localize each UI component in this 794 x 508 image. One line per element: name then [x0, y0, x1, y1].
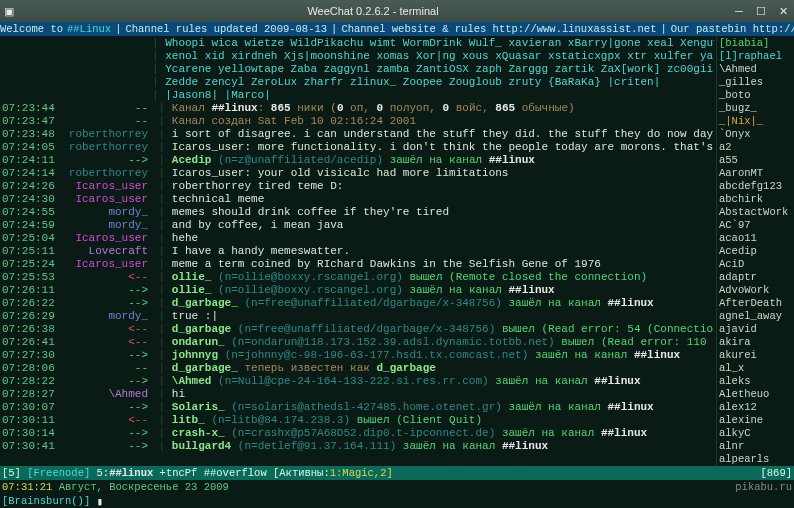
timestamp: 07:24:05 [2, 141, 56, 154]
nicklist-item[interactable]: AaronMT [719, 167, 792, 180]
timestamp: 07:25:24 [2, 258, 56, 271]
message: d_garbage (n=free@unaffiliated/dgarbage/… [172, 323, 714, 336]
message: true :| [172, 310, 714, 323]
timestamp: 07:30:07 [2, 401, 56, 414]
nicklist-item[interactable]: ajavid [719, 323, 792, 336]
input-bar[interactable]: [Brainsburn()] ▮ [0, 494, 794, 508]
input-nick: [Brainsburn()] [2, 495, 90, 507]
nicklist[interactable]: [biabia] [l]raphael \Ahmed _gilles _boto… [716, 36, 794, 466]
nicklist-item[interactable]: a55 [719, 154, 792, 167]
time-bar: 07:31:21 Август, Воскресенье 23 2009 pik… [0, 480, 794, 494]
status-active-val: 1:Magic,2] [330, 467, 393, 479]
window-titlebar: ▣ WeeChat 0.2.6.2 - terminal ─ ☐ ✕ [0, 0, 794, 22]
nicklist-item[interactable]: AfterDeath [719, 297, 792, 310]
nicklist-item[interactable]: `Onyx [719, 128, 792, 141]
nicklist-item[interactable]: alex12 [719, 401, 792, 414]
timestamp: 07:27:30 [2, 349, 56, 362]
topic-rules: Channel rules updated 2009-08-13 [125, 23, 327, 35]
chat-buffer[interactable]: | Whoopi wica wietze WildPikachu wimt Wo… [0, 36, 716, 466]
nick: Lovecraft [56, 245, 152, 258]
timestamp: 07:28:27 [2, 388, 56, 401]
nicklist-item[interactable]: abchirk [719, 193, 792, 206]
names-line: | Zedde zencyl ZeroLux zharfr zlinux_ Zo… [2, 76, 714, 89]
nick: --> [56, 440, 152, 453]
nick: roberthorrey [56, 141, 152, 154]
message: crash-x_ (n=crashx@p57A68D52.dip0.t-ipco… [172, 427, 714, 440]
minimize-icon[interactable]: ─ [732, 4, 746, 18]
nick: mordy_ [56, 206, 152, 219]
timestamp: 07:24:55 [2, 206, 56, 219]
nicklist-item[interactable]: acao11 [719, 232, 792, 245]
nicklist-item[interactable]: akurei [719, 349, 792, 362]
nick: Icaros_user [56, 258, 152, 271]
status-bar: [5] [Freenode] 5: ##linux +tncPf ##overf… [0, 466, 794, 480]
date: Август, Воскресенье 23 2009 [59, 481, 229, 493]
chat-line: 07:24:26Icaros_user | roberthorrey tired… [2, 180, 714, 193]
chat-line: 07:25:11Lovecraft | I have a handy memes… [2, 245, 714, 258]
chat-line: 07:27:30--> | johnnyg (n=johnny@c-98-196… [2, 349, 714, 362]
nicklist-item[interactable]: \Ahmed [719, 63, 792, 76]
nicklist-header: [biabia] [719, 37, 792, 50]
nicklist-item[interactable]: al_x [719, 362, 792, 375]
chat-line: 07:30:14--> | crash-x_ (n=crashx@p57A68D… [2, 427, 714, 440]
input-cursor: ▮ [97, 495, 103, 508]
nicklist-item[interactable]: adaptr [719, 271, 792, 284]
message: Acedip (n=z@unaffiliated/acedip) зашёл н… [172, 154, 714, 167]
status-num: 5: [97, 467, 110, 479]
chat-line: 07:23:47-- | Канал создан Sat Feb 10 02:… [2, 115, 714, 128]
nicklist-item[interactable]: a2 [719, 141, 792, 154]
nick: --> [56, 154, 152, 167]
status-active-label: [Активны: [273, 467, 330, 479]
nick: mordy_ [56, 219, 152, 232]
timestamp: 07:26:41 [2, 336, 56, 349]
nicklist-item[interactable]: alpearls [719, 453, 792, 466]
message: memes should drink coffee if they're tir… [172, 206, 714, 219]
chat-line: 07:26:11--> | ollie_ (n=ollie@boxxy.rsca… [2, 284, 714, 297]
message: bullgard4 (n=detlef@91.37.164.111) зашёл… [172, 440, 714, 453]
nicklist-item[interactable]: _|Nix|_ [719, 115, 792, 128]
nicklist-item[interactable]: AciD [719, 258, 792, 271]
nick: Icaros_user [56, 180, 152, 193]
nick: --> [56, 349, 152, 362]
nicklist-item[interactable]: agnel_away [719, 310, 792, 323]
chat-line: 07:30:07--> | Solaris_ (n=solaris@atheds… [2, 401, 714, 414]
nicklist-item[interactable]: _gilles [719, 76, 792, 89]
message: d_garbage_ (n=free@unaffiliated/dgarbage… [172, 297, 714, 310]
timestamp: 07:23:48 [2, 128, 56, 141]
nicklist-item[interactable]: alnr [719, 440, 792, 453]
chat-line: 07:30:41--> | bullgard4 (n=detlef@91.37.… [2, 440, 714, 453]
timestamp: 07:23:44 [2, 102, 56, 115]
nicklist-item[interactable]: akira [719, 336, 792, 349]
close-icon[interactable]: ✕ [776, 4, 790, 18]
nick: --> [56, 401, 152, 414]
timestamp: 07:24:59 [2, 219, 56, 232]
nicklist-item[interactable]: Aletheuo [719, 388, 792, 401]
message: Канал создан Sat Feb 10 02:16:24 2001 [172, 115, 714, 128]
nicklist-item[interactable]: _bugz_ [719, 102, 792, 115]
status-server: [Freenode] [27, 467, 90, 479]
nicklist-item[interactable]: Acedip [719, 245, 792, 258]
nicklist-item[interactable]: aleks [719, 375, 792, 388]
nick: --> [56, 375, 152, 388]
chat-line: 07:25:24Icaros_user | meme a term coined… [2, 258, 714, 271]
nick: roberthorrey [56, 167, 152, 180]
window-title: WeeChat 0.2.6.2 - terminal [14, 5, 732, 17]
app-icon: ▣ [4, 5, 14, 18]
nicklist-item[interactable]: AdvoWork [719, 284, 792, 297]
nicklist-item[interactable]: [l]raphael [719, 50, 792, 63]
nicklist-item[interactable]: AC`97 [719, 219, 792, 232]
nicklist-item[interactable]: abcdefg123 [719, 180, 792, 193]
names-line: | xenol xid xirdneh Xjs|moonshine xomas … [2, 50, 714, 63]
nicklist-item[interactable]: _boto [719, 89, 792, 102]
chat-line: 07:26:22--> | d_garbage_ (n=free@unaffil… [2, 297, 714, 310]
nicklist-item[interactable]: alexine [719, 414, 792, 427]
chat-line: 07:24:55mordy_ | memes should drink coff… [2, 206, 714, 219]
message: ollie_ (n=ollie@boxxy.rscangel.org) зашё… [172, 284, 714, 297]
nick: \Ahmed [56, 388, 152, 401]
chat-line: 07:24:30Icaros_user | technical meme [2, 193, 714, 206]
clock: 07:31:21 [2, 481, 52, 493]
maximize-icon[interactable]: ☐ [754, 4, 768, 18]
nicklist-item[interactable]: alkyC [719, 427, 792, 440]
nicklist-item[interactable]: AbstactWork [719, 206, 792, 219]
message: I have a handy memeswatter. [172, 245, 714, 258]
